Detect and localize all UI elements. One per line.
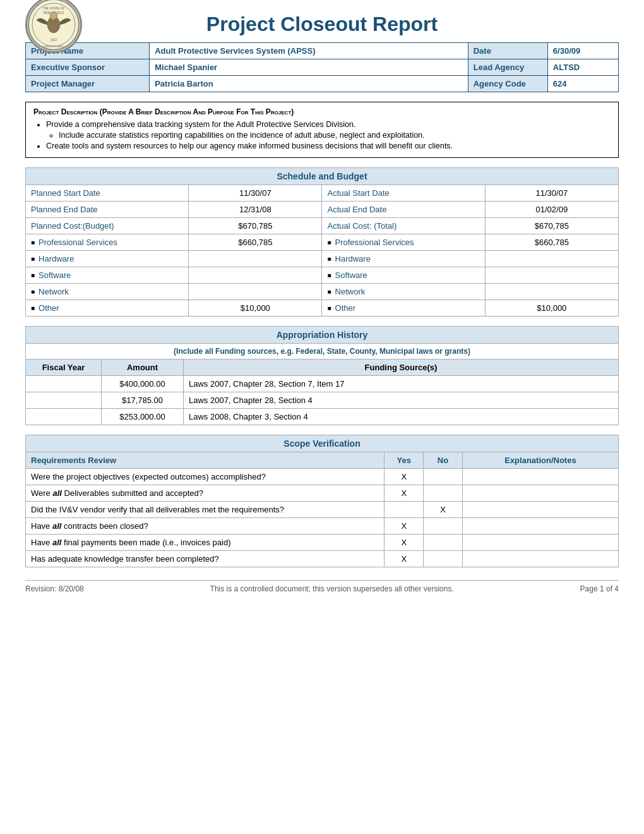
description-box: Project Description (Provide a brief des… <box>25 102 619 158</box>
description-item-2: Create tools and system resources to hel… <box>46 142 611 150</box>
scope-section-title: Scope Verification <box>26 435 619 452</box>
approp-data-row-3: $253,000.00 Laws 2008, Chapter 3, Sectio… <box>26 409 619 425</box>
scope-yes-1: X <box>385 469 424 485</box>
approp-amount-1: $400,000.00 <box>102 376 184 392</box>
description-list: Provide a comprehensive data tracking sy… <box>46 120 611 150</box>
description-item-1: Provide a comprehensive data tracking sy… <box>46 120 611 129</box>
approp-col-headers: Fiscal Year Amount Funding Source(s) <box>26 360 619 376</box>
software-row: ■ Software ■ Software <box>26 267 619 284</box>
scope-question-3: Did the IV&V vendor verify that all deli… <box>26 502 385 518</box>
planned-other-text: Other <box>39 303 59 313</box>
agency-code-value: 624 <box>547 76 618 92</box>
planned-network-value <box>189 284 322 300</box>
actual-software-text: Software <box>335 270 367 280</box>
scope-explain-6 <box>462 551 618 567</box>
planned-prof-value: $660,785 <box>189 234 322 251</box>
approp-data-row-2: $17,785.00 Laws 2007, Chapter 28, Sectio… <box>26 392 619 409</box>
svg-text:THE STATE OF: THE STATE OF <box>42 6 64 10</box>
actual-software-value <box>485 267 618 284</box>
approp-data-row-1: $400,000.00 Laws 2007, Chapter 28, Secti… <box>26 376 619 392</box>
scope-header-row: Scope Verification <box>26 435 619 452</box>
exec-sponsor-label: Executive Sponsor <box>26 59 150 76</box>
other-row: ■ Other $10,000 ■ Other $10,000 <box>26 300 619 317</box>
scope-yes-2: X <box>385 485 424 502</box>
actual-hardware-value <box>485 251 618 267</box>
planned-hardware-text: Hardware <box>39 254 74 263</box>
planned-start-value: 11/30/07 <box>189 185 322 202</box>
description-title: Project Description (Provide a brief des… <box>33 107 611 116</box>
scope-question-1: Were the project objectives (expected ou… <box>26 469 385 485</box>
approp-section-title: Appropriation History <box>26 327 619 344</box>
scope-col-no: No <box>424 452 463 469</box>
planned-network-text: Network <box>39 287 69 296</box>
page-footer: Revision: 8/20/08 This is a controlled d… <box>25 580 619 593</box>
info-row-project: Project Name Adult Protective Services S… <box>26 43 619 59</box>
planned-hardware-label: ■ Hardware <box>26 251 189 267</box>
scope-question-6: Has adequate knowledge transfer been com… <box>26 551 385 567</box>
scope-row-1: Were the project objectives (expected ou… <box>26 469 619 485</box>
approp-fiscal-year-1 <box>26 376 102 392</box>
col-fiscal-year: Fiscal Year <box>26 360 102 376</box>
bullet-icon: ■ <box>327 272 331 279</box>
planned-start-label: Planned Start Date <box>26 185 189 202</box>
scope-no-1 <box>424 469 463 485</box>
scope-explain-1 <box>462 469 618 485</box>
scope-explain-5 <box>462 535 618 551</box>
bullet-icon: ■ <box>31 272 35 279</box>
approp-funding-2: Laws 2007, Chapter 28, Section 4 <box>184 392 619 409</box>
scope-verification-table: Scope Verification Requirements Review Y… <box>25 435 619 567</box>
scope-yes-3 <box>385 502 424 518</box>
approp-amount-3: $253,000.00 <box>102 409 184 425</box>
state-seal-logo: THE STATE OF NEW MEXICO 1912 CRESCIT EUN… <box>25 0 82 53</box>
planned-end-value: 12/31/08 <box>189 202 322 218</box>
planned-other-label: ■ Other <box>26 300 189 317</box>
scope-explain-3 <box>462 502 618 518</box>
approp-header-row: Appropriation History <box>26 327 619 344</box>
page-title: Project Closeout Report <box>206 13 438 36</box>
scope-question-4: Have all contracts been closed? <box>26 518 385 535</box>
scope-question-2: Were all Deliverables submitted and acce… <box>26 485 385 502</box>
schedule-section-title: Schedule and Budget <box>26 168 619 185</box>
bullet-icon: ■ <box>31 255 35 262</box>
scope-row-4: Have all contracts been closed? X <box>26 518 619 535</box>
date-value: 6/30/09 <box>547 43 618 59</box>
actual-hardware-label: ■ Hardware <box>322 251 485 267</box>
info-row-sponsor: Executive Sponsor Michael Spanier Lead A… <box>26 59 619 76</box>
scope-no-5 <box>424 535 463 551</box>
scope-no-6 <box>424 551 463 567</box>
prof-services-row: ■ Professional Services $660,785 ■ Profe… <box>26 234 619 251</box>
planned-cost-value: $670,785 <box>189 218 322 234</box>
info-row-manager: Project Manager Patricia Barton Agency C… <box>26 76 619 92</box>
description-sublist: Include accurate statistics reporting ca… <box>59 131 611 140</box>
actual-other-value: $10,000 <box>485 300 618 317</box>
schedule-budget-table: Schedule and Budget Planned Start Date 1… <box>25 167 619 317</box>
actual-network-text: Network <box>335 287 366 296</box>
scope-col-explain: Explanation/Notes <box>462 452 618 469</box>
actual-cost-value: $670,785 <box>485 218 618 234</box>
scope-yes-5: X <box>385 535 424 551</box>
planned-software-text: Software <box>39 270 71 280</box>
footer-revision: Revision: 8/20/08 <box>25 584 84 593</box>
approp-funding-1: Laws 2007, Chapter 28, Section 7, Item 1… <box>184 376 619 392</box>
svg-text:CRESCIT EUNDO: CRESCIT EUNDO <box>43 45 64 48</box>
schedule-header-row: Schedule and Budget <box>26 168 619 185</box>
col-amount: Amount <box>102 360 184 376</box>
planned-cost-label: Planned Cost:(Budget) <box>26 218 189 234</box>
approp-funding-3: Laws 2008, Chapter 3, Section 4 <box>184 409 619 425</box>
scope-col-review: Requirements Review <box>26 452 385 469</box>
footer-center-text: This is a controlled document; this vers… <box>84 584 580 593</box>
actual-start-label: Actual Start Date <box>322 185 485 202</box>
description-sub-item-1: Include accurate statistics reporting ca… <box>59 131 611 140</box>
bullet-icon: ■ <box>327 239 331 246</box>
actual-hardware-text: Hardware <box>335 254 371 263</box>
scope-col-yes: Yes <box>385 452 424 469</box>
lead-agency-value: ALTSD <box>547 59 618 76</box>
planned-network-label: ■ Network <box>26 284 189 300</box>
planned-end-row: Planned End Date 12/31/08 Actual End Dat… <box>26 202 619 218</box>
actual-prof-value: $660,785 <box>485 234 618 251</box>
svg-text:1912: 1912 <box>51 39 57 42</box>
planned-software-value <box>189 267 322 284</box>
approp-section-subtitle: (Include all Funding sources, e.g. Feder… <box>26 344 619 360</box>
planned-other-value: $10,000 <box>189 300 322 317</box>
hardware-row: ■ Hardware ■ Hardware <box>26 251 619 267</box>
